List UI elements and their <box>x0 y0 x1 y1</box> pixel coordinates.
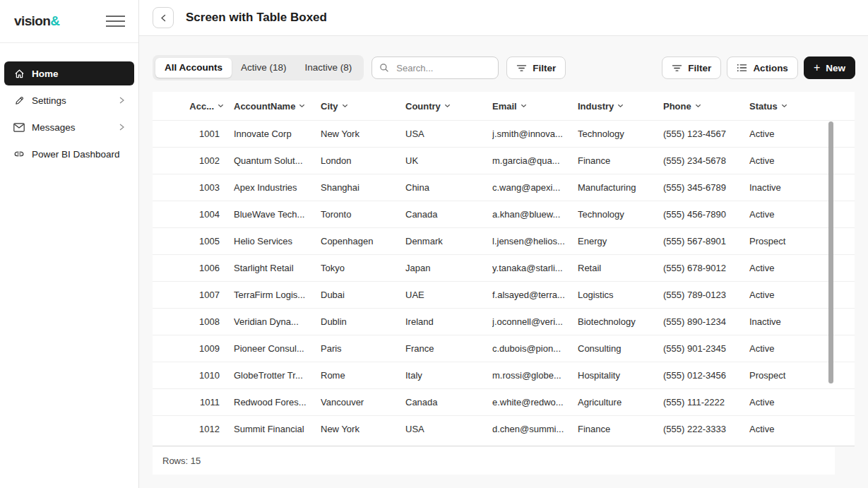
cell-country: USA <box>405 424 492 434</box>
sidebar-item-home[interactable]: Home <box>4 61 134 85</box>
vertical-scrollbar-thumb[interactable] <box>828 121 833 383</box>
accounts-table: Acc... AccountName City Country Email In… <box>153 92 855 446</box>
sidebar-item-power-bi-dashboard[interactable]: Power BI Dashboard <box>4 142 134 166</box>
column-header-city[interactable]: City <box>321 101 405 112</box>
cell-account-name: Redwood Fores... <box>234 397 321 407</box>
table-row[interactable]: 1008 Veridian Dyna... Dublin Ireland j.o… <box>153 308 855 335</box>
cell-country: UK <box>405 155 492 166</box>
cell-industry: Biotechnology <box>578 316 663 327</box>
column-header-status[interactable]: Status <box>749 101 855 112</box>
sidebar-header: vision& <box>0 0 138 43</box>
back-button[interactable] <box>153 7 174 28</box>
toolbar: All Accounts Active (18) Inactive (8) Fi… <box>153 55 855 81</box>
sidebar-item-messages[interactable]: Messages <box>4 115 134 139</box>
cell-city: New York <box>321 424 405 434</box>
sidebar-item-settings[interactable]: Settings <box>4 88 134 112</box>
cell-country: USA <box>405 129 492 139</box>
table-row[interactable]: 1004 BlueWave Tech... Toronto Canada a.k… <box>153 201 855 227</box>
table-row[interactable]: 1009 Pioneer Consul... Paris France c.du… <box>153 335 855 362</box>
page-header: Screen with Table Boxed <box>139 0 868 36</box>
brand-accent: & <box>50 13 59 28</box>
cell-status: Prospect <box>749 370 855 381</box>
cell-account-name: Starlight Retail <box>234 263 321 273</box>
actions-button-label: Actions <box>753 63 788 73</box>
cell-phone: (555) 111-2222 <box>663 397 749 407</box>
cell-country: Ireland <box>405 316 492 327</box>
cell-city: Rome <box>321 370 405 381</box>
cell-account-id: 1010 <box>153 370 234 381</box>
filter-button-left[interactable]: Filter <box>506 56 566 79</box>
brand-name: vision <box>14 13 50 28</box>
cell-account-id: 1011 <box>153 397 234 407</box>
cell-city: Copenhagen <box>321 236 405 246</box>
cell-city: Shanghai <box>321 182 405 193</box>
cell-status: Active <box>749 155 855 166</box>
cell-account-name: Summit Financial <box>234 424 321 434</box>
column-header-country[interactable]: Country <box>405 101 492 112</box>
cell-account-name: Innovate Corp <box>234 129 321 139</box>
cell-city: Dublin <box>321 316 405 327</box>
actions-button[interactable]: Actions <box>727 56 798 79</box>
cell-account-name: BlueWave Tech... <box>234 209 321 220</box>
cell-phone: (555) 222-3333 <box>663 424 749 434</box>
table-row[interactable]: 1007 TerraFirm Logis... Dubai UAE f.alsa… <box>153 281 855 308</box>
cell-city: New York <box>321 129 405 139</box>
table-row[interactable]: 1006 Starlight Retail Tokyo Japan y.tana… <box>153 254 855 281</box>
hamburger-menu-button[interactable] <box>103 12 128 30</box>
sort-chevron-icon <box>521 104 527 108</box>
table-row[interactable]: 1003 Apex Industries Shanghai China c.wa… <box>153 174 855 201</box>
pencil-icon <box>13 95 25 106</box>
cell-industry: Technology <box>578 129 663 139</box>
sort-chevron-icon <box>695 104 701 108</box>
table-row[interactable]: 1005 Helio Services Copenhagen Denmark l… <box>153 227 855 254</box>
cell-phone: (555) 345-6789 <box>663 182 749 193</box>
sort-chevron-icon <box>617 104 624 108</box>
table-row[interactable]: 1002 Quantum Solut... London UK m.garcia… <box>153 147 855 174</box>
table-row[interactable]: 1012 Summit Financial New York USA d.che… <box>153 415 855 442</box>
cell-phone: (555) 456-7890 <box>663 209 749 220</box>
cell-industry: Finance <box>578 155 663 166</box>
search-input[interactable] <box>395 62 491 74</box>
cell-industry: Hospitality <box>578 370 663 381</box>
cell-account-name: GlobeTrotter Tr... <box>234 370 321 381</box>
sort-chevron-icon <box>444 104 451 108</box>
cell-phone: (555) 678-9012 <box>663 263 749 273</box>
cell-email: m.garcia@qua... <box>492 155 578 166</box>
sidebar-item-label: Home <box>32 69 59 79</box>
new-button[interactable]: + New <box>804 56 855 79</box>
cell-status: Active <box>749 209 855 220</box>
column-header-phone[interactable]: Phone <box>663 101 749 112</box>
cell-phone: (555) 234-5678 <box>663 155 749 166</box>
account-tabs: All Accounts Active (18) Inactive (8) <box>153 55 364 81</box>
tab-inactive[interactable]: Inactive (8) <box>296 58 362 78</box>
cell-email: e.white@redwo... <box>492 397 578 407</box>
cell-account-id: 1008 <box>153 316 234 327</box>
table-header-row: Acc... AccountName City Country Email In… <box>153 92 855 120</box>
cell-industry: Technology <box>578 209 663 220</box>
sidebar-item-label: Messages <box>32 122 76 133</box>
cell-country: Canada <box>405 397 492 407</box>
cell-city: Dubai <box>321 290 405 300</box>
search-box <box>371 56 499 79</box>
tab-all-accounts[interactable]: All Accounts <box>155 58 232 78</box>
cell-status: Active <box>749 263 855 273</box>
column-header-industry[interactable]: Industry <box>578 101 663 112</box>
column-header-account-name[interactable]: AccountName <box>234 101 321 112</box>
cell-account-id: 1001 <box>153 129 234 139</box>
filter-button-right[interactable]: Filter <box>662 56 721 79</box>
cell-email: f.alsayed@terra... <box>492 290 578 300</box>
cell-email: c.wang@apexi... <box>492 182 578 193</box>
column-header-account-id[interactable]: Acc... <box>153 101 234 112</box>
envelope-icon <box>13 121 25 133</box>
column-header-email[interactable]: Email <box>492 101 578 112</box>
table-row[interactable]: 1001 Innovate Corp New York USA j.smith@… <box>153 120 855 147</box>
link-icon <box>13 148 25 160</box>
cell-status: Active <box>749 343 855 354</box>
cell-account-name: Apex Industries <box>234 182 321 193</box>
table-row[interactable]: 1011 Redwood Fores... Vancouver Canada e… <box>153 388 855 415</box>
cell-city: Paris <box>321 343 405 354</box>
cell-country: France <box>405 343 492 354</box>
tab-active[interactable]: Active (18) <box>232 58 296 78</box>
table-row[interactable]: 1010 GlobeTrotter Tr... Rome Italy m.ros… <box>153 362 855 388</box>
sidebar-nav: Home Settings Messages Power BI Dashb <box>0 43 138 166</box>
